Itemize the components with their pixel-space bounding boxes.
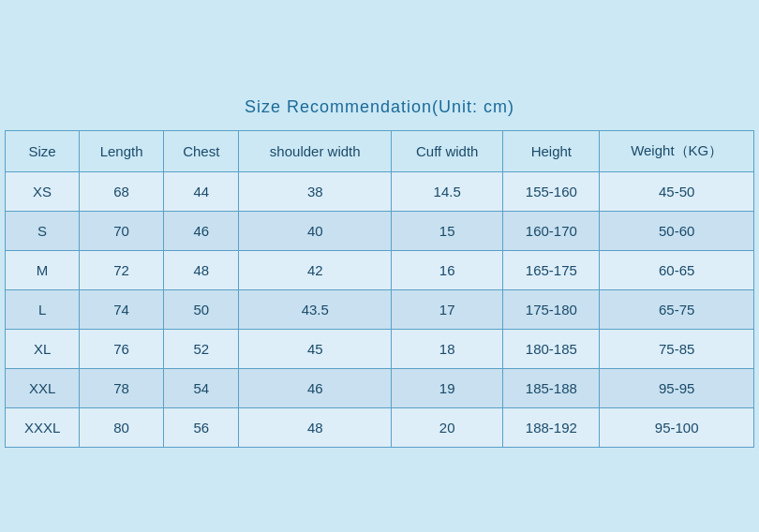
cell-cuff: 14.5 [392, 172, 503, 212]
cell-weight: 60-65 [600, 251, 754, 290]
cell-chest: 46 [164, 212, 239, 251]
cell-height: 175-180 [503, 290, 600, 330]
table-row: XXXL80564820188-19295-100 [6, 408, 754, 448]
cell-height: 188-192 [503, 408, 600, 448]
size-table: SizeLengthChestshoulder widthCuff widthH… [5, 130, 754, 448]
table-row: XS68443814.5155-16045-50 [6, 172, 754, 212]
cell-cuff: 17 [392, 290, 503, 330]
size-chart-container: Size Recommendation(Unit: cm) SizeLength… [5, 84, 754, 448]
col-header-shoulder: shoulder width [239, 131, 392, 172]
cell-shoulder: 43.5 [239, 290, 392, 330]
col-header-chest: Chest [164, 131, 239, 172]
cell-size: M [6, 251, 80, 290]
cell-length: 74 [80, 290, 164, 330]
cell-height: 165-175 [503, 251, 600, 290]
cell-size: XXL [6, 369, 80, 408]
cell-shoulder: 45 [239, 330, 392, 369]
cell-cuff: 18 [392, 330, 503, 369]
cell-size: S [6, 212, 80, 251]
cell-size: L [6, 290, 80, 330]
cell-chest: 54 [164, 369, 239, 408]
table-row: S70464015160-17050-60 [6, 212, 754, 251]
cell-shoulder: 46 [239, 369, 392, 408]
cell-weight: 95-95 [600, 369, 754, 408]
table-row: XL76524518180-18575-85 [6, 330, 754, 369]
cell-height: 180-185 [503, 330, 600, 369]
cell-height: 185-188 [503, 369, 600, 408]
cell-length: 80 [80, 408, 164, 448]
cell-length: 72 [80, 251, 164, 290]
col-header-height: Height [503, 131, 600, 172]
cell-cuff: 20 [392, 408, 503, 448]
cell-weight: 45-50 [600, 172, 754, 212]
cell-cuff: 19 [392, 369, 503, 408]
cell-chest: 44 [164, 172, 239, 212]
cell-shoulder: 42 [239, 251, 392, 290]
col-header-size: Size [6, 131, 80, 172]
table-row: XXL78544619185-18895-95 [6, 369, 754, 408]
cell-length: 70 [80, 212, 164, 251]
cell-length: 78 [80, 369, 164, 408]
cell-chest: 52 [164, 330, 239, 369]
cell-cuff: 15 [392, 212, 503, 251]
col-header-cuff: Cuff width [392, 131, 503, 172]
table-row: L745043.517175-18065-75 [6, 290, 754, 330]
col-header-length: Length [80, 131, 164, 172]
cell-shoulder: 40 [239, 212, 392, 251]
table-body: XS68443814.5155-16045-50S70464015160-170… [6, 172, 754, 448]
cell-size: XL [6, 330, 80, 369]
cell-weight: 75-85 [600, 330, 754, 369]
cell-weight: 50-60 [600, 212, 754, 251]
table-header-row: SizeLengthChestshoulder widthCuff widthH… [6, 131, 754, 172]
cell-weight: 95-100 [600, 408, 754, 448]
cell-chest: 48 [164, 251, 239, 290]
table-row: M72484216165-17560-65 [6, 251, 754, 290]
cell-chest: 50 [164, 290, 239, 330]
cell-length: 76 [80, 330, 164, 369]
cell-weight: 65-75 [600, 290, 754, 330]
cell-height: 155-160 [503, 172, 600, 212]
cell-chest: 56 [164, 408, 239, 448]
cell-shoulder: 38 [239, 172, 392, 212]
col-header-weight: Weight（KG） [600, 131, 754, 172]
chart-title: Size Recommendation(Unit: cm) [5, 84, 754, 130]
cell-length: 68 [80, 172, 164, 212]
cell-height: 160-170 [503, 212, 600, 251]
cell-cuff: 16 [392, 251, 503, 290]
cell-shoulder: 48 [239, 408, 392, 448]
cell-size: XS [6, 172, 80, 212]
cell-size: XXXL [6, 408, 80, 448]
